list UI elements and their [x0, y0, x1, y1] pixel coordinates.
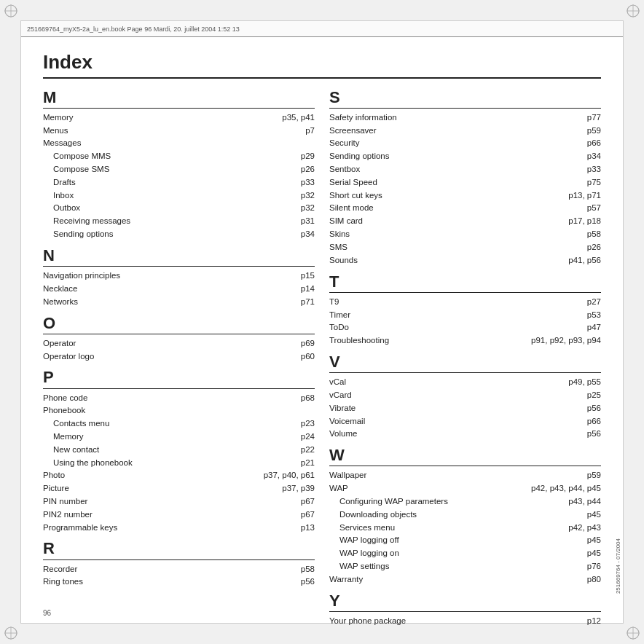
- entry-label: Drafts: [53, 176, 298, 189]
- entry-page: p57: [584, 202, 601, 215]
- index-entry: WAPp42, p43, p44, p45: [329, 482, 601, 495]
- entry-page: [312, 404, 315, 417]
- index-entry: Sending optionsp34: [329, 150, 601, 163]
- entry-label: Compose SMS: [53, 163, 298, 176]
- index-entry: WAP logging offp45: [329, 534, 601, 547]
- index-entry: Operator logop60: [43, 350, 315, 364]
- entry-page: p58: [584, 228, 601, 241]
- section-letter-W: W: [329, 447, 601, 464]
- entry-label: PIN number: [43, 495, 298, 508]
- entry-page: p60: [298, 350, 315, 364]
- entry-page: p33: [298, 176, 315, 189]
- section-rule-V: [329, 372, 601, 373]
- main-content: Index MMemoryp35, p41Menusp7MessagesComp…: [21, 37, 623, 623]
- entry-label: Safety information: [329, 111, 584, 125]
- entry-label: Phonebook: [43, 404, 312, 417]
- entry-label: WAP logging off: [339, 534, 584, 547]
- entry-label: Outbox: [53, 202, 298, 215]
- entry-page: p32: [298, 202, 315, 215]
- entry-label: Operator: [43, 337, 298, 350]
- entry-label: Troubleshooting: [329, 334, 528, 347]
- index-entry: Serial Speedp75: [329, 176, 601, 189]
- index-entry: Memoryp35, p41: [43, 111, 315, 125]
- entry-page: p56: [584, 402, 601, 415]
- entry-page: p27: [584, 296, 601, 309]
- reg-mark-tr: [625, 3, 641, 19]
- entry-page: p80: [584, 573, 601, 586]
- entry-label: Phone code: [43, 392, 298, 405]
- entry-label: Services menu: [339, 522, 565, 535]
- entry-label: New contact: [53, 444, 298, 457]
- page-outer: 251669764_myX5-2a_lu_en.book Page 96 Mar…: [0, 0, 644, 644]
- entry-label: Warranty: [329, 573, 584, 586]
- index-entry: Compose SMSp26: [43, 163, 315, 176]
- index-entry: Timerp53: [329, 309, 601, 322]
- entry-page: p7: [302, 125, 315, 138]
- title-rule: [43, 77, 601, 79]
- index-entry: Networksp71: [43, 296, 315, 309]
- entry-label: Serial Speed: [329, 176, 584, 189]
- side-text: 251669764 - 07/2004: [615, 538, 621, 594]
- entry-page: p37, p39: [279, 482, 315, 495]
- index-entry: Wallpaperp59: [329, 469, 601, 482]
- page-number: 96: [43, 609, 51, 617]
- entry-page: p15: [298, 270, 315, 283]
- entry-label: Sounds: [329, 254, 565, 267]
- section-rule-N: [43, 266, 315, 267]
- entry-page: p66: [584, 137, 601, 150]
- entry-page: p33: [584, 163, 601, 176]
- entry-label: Messages: [43, 137, 312, 150]
- entry-label: PIN2 number: [43, 508, 298, 522]
- entry-label: Screensaver: [329, 125, 584, 138]
- right-column: SSafety informationp77Screensaverp59Secu…: [329, 89, 601, 634]
- index-entry: Troubleshootingp91, p92, p93, p94: [329, 334, 601, 347]
- index-entry: T9p27: [329, 296, 601, 309]
- entry-page: p71: [298, 296, 315, 309]
- section-letter-O: O: [43, 315, 315, 332]
- index-entry: Picturep37, p39: [43, 482, 315, 495]
- index-entry: Contacts menup23: [43, 417, 315, 431]
- section-letter-Y: Y: [329, 592, 601, 610]
- entry-label: Sentbox: [329, 163, 584, 176]
- entry-page: p13, p71: [565, 189, 601, 203]
- page-inner: 251669764_myX5-2a_lu_en.book Page 96 Mar…: [20, 20, 624, 624]
- section-rule-T: [329, 292, 601, 293]
- entry-label: Compose MMS: [53, 150, 298, 163]
- entry-page: p67: [298, 495, 315, 508]
- entry-page: p26: [584, 241, 601, 254]
- entry-label: Necklace: [43, 283, 298, 296]
- index-entry: Screensaverp59: [329, 125, 601, 138]
- entry-label: SIM card: [329, 215, 565, 228]
- entry-page: p29: [298, 150, 315, 163]
- index-entry: Soundsp41, p56: [329, 254, 601, 267]
- entry-label: Menus: [43, 125, 302, 138]
- entry-page: p34: [298, 228, 315, 241]
- index-entry: Phonebook: [43, 404, 315, 417]
- entry-page: p45: [584, 534, 601, 547]
- entry-page: p77: [584, 111, 601, 125]
- index-entry: ToDop47: [329, 321, 601, 334]
- entry-label: vCard: [329, 389, 584, 402]
- index-entry: Memoryp24: [43, 431, 315, 444]
- entry-label: Ring tones: [43, 576, 298, 589]
- index-entry: Photop37, p40, p61: [43, 469, 315, 482]
- entry-label: Contacts menu: [53, 417, 298, 431]
- entry-page: p21: [298, 457, 315, 470]
- entry-page: p56: [298, 576, 315, 589]
- columns: MMemoryp35, p41Menusp7MessagesCompose MM…: [43, 89, 601, 634]
- entry-page: p47: [584, 321, 601, 334]
- index-entry: Using the phonebookp21: [43, 457, 315, 470]
- header-text: 251669764_myX5-2a_lu_en.book Page 96 Mar…: [27, 25, 240, 33]
- index-entry: Inboxp32: [43, 189, 315, 203]
- entry-page: p49, p55: [565, 376, 601, 389]
- index-entry: SMSp26: [329, 241, 601, 254]
- footer: 96: [43, 609, 601, 617]
- index-entry: Menusp7: [43, 125, 315, 138]
- index-entry: PIN numberp67: [43, 495, 315, 508]
- entry-label: Voicemail: [329, 415, 584, 428]
- index-entry: Receiving messagesp31: [43, 215, 315, 228]
- entry-label: SMS: [329, 241, 584, 254]
- entry-page: p45: [584, 508, 601, 522]
- entry-page: p24: [298, 431, 315, 444]
- entry-page: p13: [298, 522, 315, 535]
